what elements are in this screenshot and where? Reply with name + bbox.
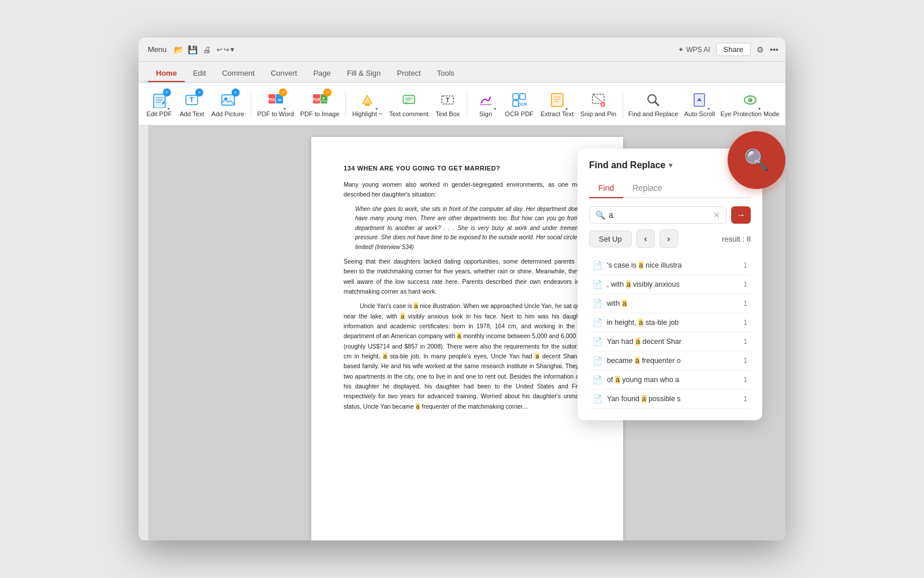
svg-text:T: T xyxy=(446,97,450,103)
save-icon[interactable]: 💾 xyxy=(188,45,198,55)
tab-comment[interactable]: Comment xyxy=(214,65,263,82)
setup-button[interactable]: Set Up xyxy=(589,231,632,247)
big-search-overlay[interactable]: 🔍 xyxy=(728,131,785,189)
panel-tab-find[interactable]: Find xyxy=(589,180,623,197)
add-text-badge: + xyxy=(195,88,203,97)
doc-para-1: Many young women also worked in gender-s… xyxy=(344,180,591,200)
toolbar-pdf-to-image[interactable]: ↗ PDF PDF to Image xyxy=(297,88,341,120)
settings-icon[interactable]: ⚙ xyxy=(757,45,764,54)
svg-text:W: W xyxy=(278,98,281,102)
tab-protect[interactable]: Protect xyxy=(389,65,429,82)
search-input[interactable] xyxy=(609,210,710,220)
tab-fill-sign[interactable]: Fill & Sign xyxy=(339,65,389,82)
result-item-4[interactable]: 📄 in height, a sta-ble job 1 xyxy=(589,313,751,332)
result-num-8: 1 xyxy=(743,395,747,403)
tab-tools[interactable]: Tools xyxy=(429,65,463,82)
tab-edit[interactable]: Edit xyxy=(185,65,214,82)
document-area: 134 WHEN ARE YOU GOING TO GET MARRIED? M… xyxy=(149,125,785,540)
add-picture-icon: + xyxy=(219,91,237,109)
search-go-button[interactable]: → xyxy=(731,206,751,224)
more-menu-icon[interactable]: ••• xyxy=(770,45,778,54)
toolbar-snip-pin[interactable]: Snip and Pin xyxy=(578,88,619,120)
toolbar-text-comment[interactable]: Text comment xyxy=(386,88,431,120)
toolbar-highlight[interactable]: Highlight ~ xyxy=(349,88,386,120)
result-item-3[interactable]: 📄 with a 1 xyxy=(589,294,751,313)
wps-ai-label: WPS AI xyxy=(686,46,710,54)
print-icon[interactable]: 🖨 xyxy=(202,45,212,55)
highlight-icon xyxy=(358,91,377,109)
result-text-2: , with a visibly anxious xyxy=(607,280,739,288)
toolbar-eye-protection[interactable]: Eye Protection Mode xyxy=(719,88,781,120)
toolbar-text-box[interactable]: T Text Box xyxy=(432,88,463,120)
document-page: 134 WHEN ARE YOU GOING TO GET MARRIED? M… xyxy=(311,137,623,540)
pdf-to-image-icon: ↗ PDF xyxy=(311,91,329,109)
result-item-8[interactable]: 📄 Yan found a possible s 1 xyxy=(589,390,751,409)
undo-button[interactable]: ↩ xyxy=(217,46,222,54)
share-button[interactable]: Share xyxy=(716,43,751,56)
result-item-5[interactable]: 📄 Yan had a decent Shar 1 xyxy=(589,332,751,351)
highlight-a-6: a xyxy=(416,403,420,410)
results-list: 📄 's case is a nice illustra 1 📄 , with … xyxy=(589,256,751,409)
auto-scroll-label: Auto Scroll xyxy=(684,110,715,117)
snip-pin-icon xyxy=(589,91,608,109)
toolbar-auto-scroll[interactable]: Auto Scroll xyxy=(681,88,718,120)
result-item-1[interactable]: 📄 's case is a nice illustra 1 xyxy=(589,256,751,275)
panel-tab-replace[interactable]: Replace xyxy=(623,180,671,197)
panel-title: Find and Replace ▾ xyxy=(589,160,672,171)
open-folder-icon[interactable]: 📂 xyxy=(174,45,184,55)
ocr-pdf-label: OCR PDF xyxy=(505,110,534,117)
svg-text:OCR: OCR xyxy=(518,102,527,106)
next-result-button[interactable]: › xyxy=(660,229,678,248)
search-row: 🔍 ✕ → xyxy=(589,206,751,224)
find-tab-label: Find xyxy=(598,183,614,192)
search-clear-button[interactable]: ✕ xyxy=(713,210,720,220)
prev-result-button[interactable]: ‹ xyxy=(636,229,655,248)
wps-ai-button[interactable]: ✦ WPS AI xyxy=(678,46,710,54)
menu-button[interactable]: Menu xyxy=(146,44,169,55)
result-item-7[interactable]: 📄 of a young man who a 1 xyxy=(589,370,751,390)
tab-convert[interactable]: Convert xyxy=(263,65,305,82)
result-text-7: of a young man who a xyxy=(607,376,739,384)
text-comment-icon xyxy=(400,91,418,109)
toolbar-pdf-to-word[interactable]: ↗ PDFW PDF to Word xyxy=(255,88,296,120)
result-num-5: 1 xyxy=(743,338,747,346)
pdf-image-badge: ↗ xyxy=(323,88,331,97)
highlight-a-5: a xyxy=(535,353,539,360)
divider-3 xyxy=(467,90,467,118)
eye-protection-label: Eye Protection Mode xyxy=(720,110,779,117)
search-input-wrap: 🔍 ✕ xyxy=(589,206,726,224)
edit-pdf-icon: + xyxy=(150,91,169,109)
snip-pin-label: Snip and Pin xyxy=(580,110,616,117)
title-bar-icons: 📂 💾 🖨 xyxy=(174,45,212,55)
svg-point-41 xyxy=(749,99,750,100)
result-doc-icon-4: 📄 xyxy=(593,318,602,327)
result-num-6: 1 xyxy=(743,357,747,365)
title-bar-left: Menu 📂 💾 🖨 ↩ ↪ ▾ xyxy=(146,44,234,55)
toolbar-add-text[interactable]: + T Add Text xyxy=(176,88,207,120)
toolbar-ocr-pdf[interactable]: OCR OCR PDF xyxy=(502,88,536,120)
panel-dropdown-arrow[interactable]: ▾ xyxy=(669,161,672,169)
pdf-to-image-label: PDF to Image xyxy=(300,110,340,117)
svg-point-36 xyxy=(648,95,656,103)
toolbar-find-replace[interactable]: Find and Replace xyxy=(627,88,680,120)
result-doc-icon-5: 📄 xyxy=(593,337,602,346)
result-doc-icon-1: 📄 xyxy=(593,261,602,270)
result-item-2[interactable]: 📄 , with a visibly anxious 1 xyxy=(589,275,751,294)
result-item-6[interactable]: 📄 became a frequenter o 1 xyxy=(589,351,751,370)
toolbar-sign[interactable]: Sign xyxy=(471,88,501,120)
toolbar-extract-text[interactable]: Extract Text xyxy=(538,88,576,120)
result-count: result : 8 xyxy=(722,235,751,243)
result-num-3: 1 xyxy=(743,299,747,307)
text-box-icon: T xyxy=(438,91,457,109)
tab-home[interactable]: Home xyxy=(148,65,185,82)
chapter-heading: 134 WHEN ARE YOU GOING TO GET MARRIED? xyxy=(344,165,591,172)
more-options-button[interactable]: ▾ xyxy=(230,45,234,54)
toolbar-add-picture[interactable]: + Add Picture xyxy=(208,88,247,120)
result-doc-icon-3: 📄 xyxy=(593,299,602,308)
auto-scroll-icon xyxy=(690,91,709,109)
svg-rect-23 xyxy=(513,94,519,99)
toolbar-edit-pdf[interactable]: + Edit PDF xyxy=(143,88,175,120)
ocr-pdf-icon: OCR xyxy=(510,91,528,109)
tab-page[interactable]: Page xyxy=(305,65,338,82)
redo-button[interactable]: ↪ xyxy=(223,46,229,54)
